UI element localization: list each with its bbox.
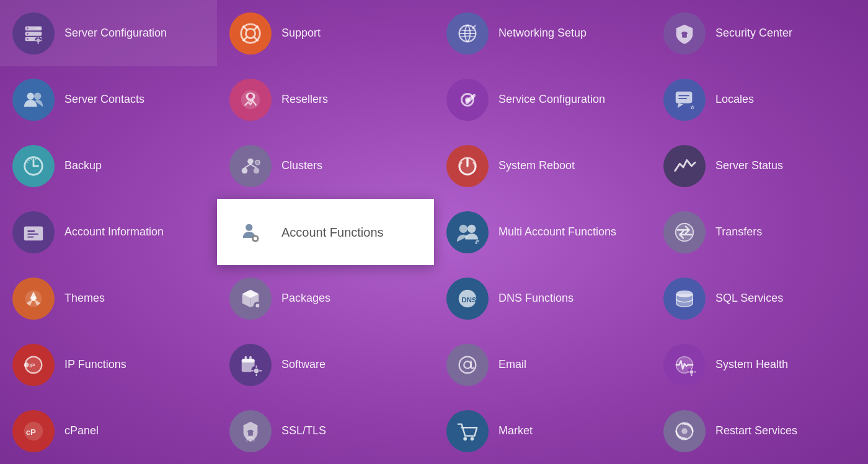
multi-account-functions-cell[interactable]: Multi Account Functions xyxy=(434,199,651,265)
restart-icon xyxy=(663,410,706,452)
ip-icon: IP xyxy=(12,344,55,386)
cpanel-cell[interactable]: cP cPanel xyxy=(0,398,217,464)
packages-icon xyxy=(229,278,272,320)
support-cell[interactable]: Support xyxy=(217,0,434,66)
svg-rect-78 xyxy=(245,356,247,361)
svg-rect-31 xyxy=(676,91,693,103)
email-cell[interactable]: Email xyxy=(434,331,651,398)
software-cell[interactable]: Software xyxy=(217,331,434,398)
svg-rect-77 xyxy=(242,359,255,362)
packages-cell[interactable]: Packages xyxy=(217,265,434,331)
transfers-label: Transfers xyxy=(715,225,762,239)
svg-point-81 xyxy=(254,368,259,373)
cpanel-label: cPanel xyxy=(64,424,99,438)
email-label: Email xyxy=(498,358,526,372)
svg-point-37 xyxy=(247,158,254,164)
clusters-label: Clusters xyxy=(281,159,322,173)
server-status-cell[interactable]: Server Status xyxy=(651,133,868,199)
support-icon xyxy=(229,12,272,55)
svg-point-69 xyxy=(256,304,260,307)
cpanel-icon: cP xyxy=(12,410,55,452)
svg-text:DNS: DNS xyxy=(462,295,477,303)
system-health-cell[interactable]: System Health xyxy=(651,331,868,398)
server-status-icon xyxy=(663,145,706,187)
resellers-label: Resellers xyxy=(281,93,328,107)
svg-point-7 xyxy=(36,27,38,29)
ssl-tls-cell[interactable]: SSL/TLS xyxy=(217,398,434,464)
svg-point-25 xyxy=(27,92,34,99)
service-configuration-cell[interactable]: Service Configuration xyxy=(434,66,651,133)
account-functions-label: Account Functions xyxy=(281,225,384,240)
svg-point-102 xyxy=(681,428,688,434)
resellers-cell[interactable]: Resellers xyxy=(217,66,434,133)
svg-point-4 xyxy=(27,33,29,35)
clusters-cell[interactable]: Clusters xyxy=(217,133,434,199)
svg-rect-52 xyxy=(255,235,256,237)
svg-text:cP: cP xyxy=(26,427,36,436)
networking-setup-cell[interactable]: Networking Setup xyxy=(434,0,651,66)
ip-functions-label: IP Functions xyxy=(64,358,126,372)
transfers-cell[interactable]: Transfers xyxy=(651,199,868,265)
svg-rect-91 xyxy=(691,367,692,369)
server-contacts-cell[interactable]: Server Contacts xyxy=(0,66,217,133)
resellers-icon xyxy=(229,79,272,121)
locales-label: Locales xyxy=(715,93,754,107)
system-reboot-cell[interactable]: System Reboot xyxy=(434,133,651,199)
svg-rect-92 xyxy=(691,374,692,376)
dns-functions-label: DNS Functions xyxy=(498,292,574,305)
svg-point-66 xyxy=(31,296,36,301)
ssl-tls-label: SSL/TLS xyxy=(281,424,326,438)
clusters-icon xyxy=(229,145,272,187)
server-status-label: Server Status xyxy=(715,159,783,173)
security-icon xyxy=(663,12,706,55)
locales-cell[interactable]: ☆ Locales xyxy=(651,66,868,133)
dns-functions-cell[interactable]: DNS DNS Functions xyxy=(434,265,651,331)
svg-point-49 xyxy=(246,224,252,230)
svg-point-9 xyxy=(37,38,40,42)
account-information-cell[interactable]: Account Information xyxy=(0,199,217,265)
service-config-icon xyxy=(446,79,489,121)
account-functions-cell[interactable]: Account Functions xyxy=(217,199,434,265)
market-cell[interactable]: Market xyxy=(434,398,651,464)
security-center-label: Security Center xyxy=(715,27,792,40)
backup-cell[interactable]: Backup xyxy=(0,133,217,199)
service-configuration-label: Service Configuration xyxy=(498,93,605,107)
svg-point-3 xyxy=(27,27,29,29)
contacts-icon xyxy=(12,79,55,121)
restart-services-cell[interactable]: Restart Services xyxy=(651,398,868,464)
support-label: Support xyxy=(281,27,321,40)
svg-point-26 xyxy=(34,92,41,99)
svg-point-42 xyxy=(255,160,260,165)
multi-account-icon xyxy=(446,211,489,253)
server-configuration-cell[interactable]: Server Configuration xyxy=(0,0,217,66)
account-information-label: Account Information xyxy=(64,225,164,239)
reboot-icon xyxy=(446,145,489,187)
svg-point-6 xyxy=(38,27,40,29)
packages-label: Packages xyxy=(281,292,330,305)
ssl-icon xyxy=(229,410,272,452)
svg-point-74 xyxy=(24,362,29,367)
svg-rect-53 xyxy=(255,240,256,242)
svg-rect-12 xyxy=(35,40,37,41)
svg-rect-93 xyxy=(688,371,689,372)
networking-icon xyxy=(446,12,489,55)
transfers-icon xyxy=(663,211,706,253)
restart-services-label: Restart Services xyxy=(715,424,797,438)
multi-account-label: Multi Account Functions xyxy=(498,225,616,239)
dns-icon: DNS xyxy=(446,278,489,320)
server-configuration-label: Server Configuration xyxy=(64,27,167,40)
main-grid: Server Configuration Support xyxy=(0,0,868,464)
themes-cell[interactable]: Themes xyxy=(0,265,217,331)
svg-point-86 xyxy=(459,356,476,373)
svg-point-100 xyxy=(471,437,474,440)
ip-functions-cell[interactable]: IP IP Functions xyxy=(0,331,217,398)
software-icon xyxy=(229,344,272,386)
server-contacts-label: Server Contacts xyxy=(64,93,144,107)
sql-services-cell[interactable]: SQL Services xyxy=(651,265,868,331)
networking-setup-label: Networking Setup xyxy=(498,27,587,40)
backup-label: Backup xyxy=(64,159,102,173)
account-functions-icon xyxy=(229,211,272,253)
software-label: Software xyxy=(281,358,326,372)
security-center-cell[interactable]: Security Center xyxy=(651,0,868,66)
svg-line-22 xyxy=(472,25,476,28)
